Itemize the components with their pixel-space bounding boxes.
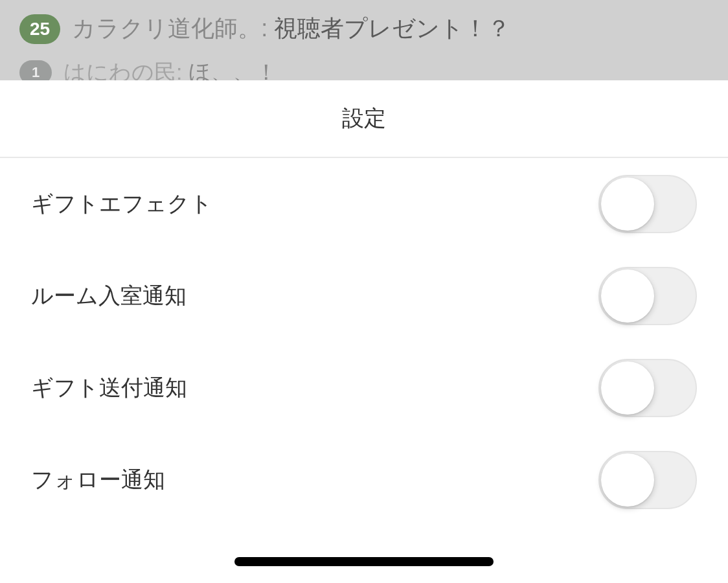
toggle-knob bbox=[601, 453, 654, 507]
setting-label: フォロー通知 bbox=[31, 465, 165, 495]
settings-sheet: 設定 ギフトエフェクト ルーム入室通知 ギフト送付通知 フォロー通知 bbox=[0, 80, 728, 583]
toggle-knob bbox=[601, 269, 654, 323]
setting-label: ギフト送付通知 bbox=[31, 373, 187, 403]
toggle-knob bbox=[601, 177, 654, 231]
toggle-knob bbox=[601, 361, 654, 415]
setting-row-room-entry: ルーム入室通知 bbox=[31, 250, 697, 342]
setting-row-follow: フォロー通知 bbox=[31, 434, 697, 526]
toggle-follow[interactable] bbox=[598, 451, 697, 509]
setting-label: ギフトエフェクト bbox=[31, 189, 212, 219]
toggle-gift-effect[interactable] bbox=[598, 175, 697, 233]
sheet-title: 設定 bbox=[0, 104, 728, 133]
setting-row-gift-send: ギフト送付通知 bbox=[31, 342, 697, 434]
toggle-room-entry[interactable] bbox=[598, 267, 697, 325]
setting-row-gift-effect: ギフトエフェクト bbox=[31, 158, 697, 250]
settings-list: ギフトエフェクト ルーム入室通知 ギフト送付通知 フォロー通知 bbox=[0, 158, 728, 583]
sheet-header: 設定 bbox=[0, 80, 728, 158]
toggle-gift-send[interactable] bbox=[598, 359, 697, 417]
home-indicator[interactable] bbox=[234, 557, 494, 566]
setting-label: ルーム入室通知 bbox=[31, 281, 187, 311]
